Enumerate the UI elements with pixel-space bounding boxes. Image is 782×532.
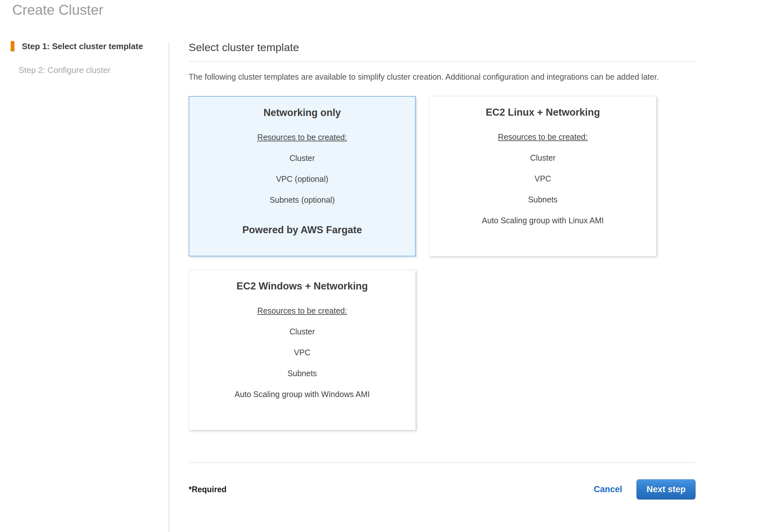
cancel-button[interactable]: Cancel bbox=[594, 485, 622, 494]
section-description: The following cluster templates are avai… bbox=[188, 70, 696, 84]
next-step-button[interactable]: Next step bbox=[636, 479, 696, 500]
fargate-footnote: Powered by AWS Fargate bbox=[189, 224, 415, 236]
resource-item: VPC bbox=[189, 348, 416, 357]
template-card-ec2-windows-networking[interactable]: EC2 Windows + Networking Resources to be… bbox=[188, 270, 416, 430]
resources-label: Resources to be created: bbox=[430, 132, 656, 142]
resource-item: Auto Scaling group with Windows AMI bbox=[189, 390, 416, 399]
resources-label: Resources to be created: bbox=[189, 306, 416, 316]
sidebar-content-divider bbox=[169, 43, 169, 532]
wizard-steps-sidebar: Step 1: Select cluster template Step 2: … bbox=[11, 41, 155, 75]
required-note: *Required bbox=[188, 485, 226, 494]
cluster-template-cards: Networking only Resources to be created:… bbox=[188, 96, 696, 430]
footer-divider bbox=[188, 462, 696, 463]
resource-item: Cluster bbox=[189, 327, 416, 336]
resource-item: Cluster bbox=[189, 153, 415, 163]
resource-item: Subnets bbox=[189, 369, 416, 378]
card-title: EC2 Windows + Networking bbox=[189, 280, 416, 292]
card-title: EC2 Linux + Networking bbox=[430, 107, 656, 118]
template-card-ec2-linux-networking[interactable]: EC2 Linux + Networking Resources to be c… bbox=[429, 96, 656, 256]
main-content: Select cluster template The following cl… bbox=[188, 41, 696, 500]
resource-item: Subnets bbox=[430, 195, 656, 204]
sidebar-step-1-select-cluster-template[interactable]: Step 1: Select cluster template bbox=[11, 41, 155, 51]
template-card-networking-only[interactable]: Networking only Resources to be created:… bbox=[188, 96, 416, 256]
footer-buttons: Cancel Next step bbox=[594, 479, 696, 500]
section-heading: Select cluster template bbox=[188, 41, 696, 62]
resource-item: Cluster bbox=[430, 153, 656, 163]
card-title: Networking only bbox=[189, 107, 415, 118]
resources-label: Resources to be created: bbox=[189, 133, 415, 142]
sidebar-step-2-configure-cluster: Step 2: Configure cluster bbox=[11, 65, 155, 75]
resource-item: Subnets (optional) bbox=[189, 195, 415, 205]
resource-item: VPC (optional) bbox=[189, 174, 415, 184]
resource-item: Auto Scaling group with Linux AMI bbox=[430, 216, 656, 225]
footer-actions-row: *Required Cancel Next step bbox=[188, 479, 696, 500]
page-title: Create Cluster bbox=[12, 2, 103, 18]
resource-item: VPC bbox=[430, 174, 656, 183]
